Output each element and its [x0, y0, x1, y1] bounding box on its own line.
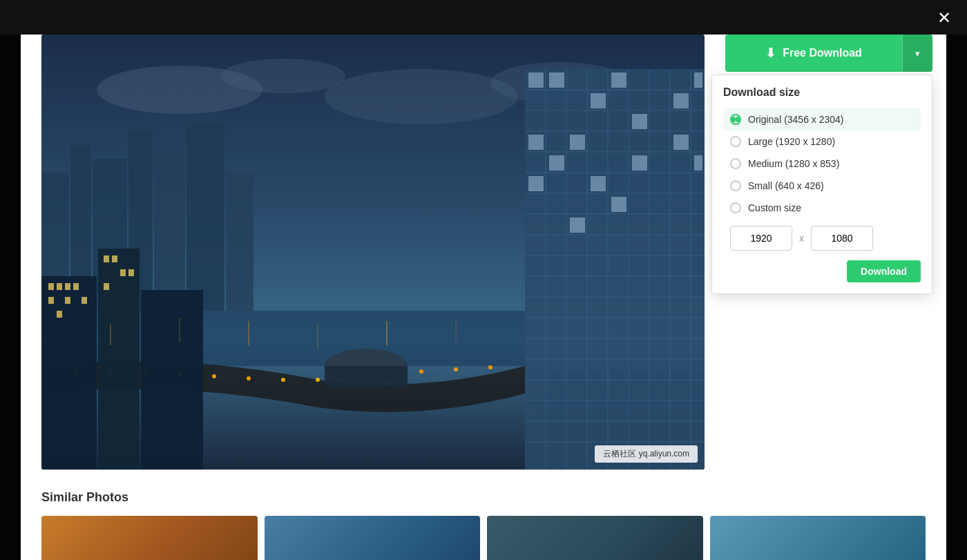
similar-section: Similar Photos — [41, 490, 926, 560]
svg-rect-50 — [611, 197, 626, 212]
svg-point-68 — [454, 367, 458, 371]
custom-size-row: x — [723, 226, 921, 251]
city-svg — [41, 35, 705, 470]
svg-rect-79 — [73, 283, 79, 290]
svg-rect-73 — [48, 283, 54, 290]
svg-rect-48 — [528, 176, 544, 191]
svg-rect-85 — [128, 269, 134, 276]
download-arrow-icon: ⬇ — [765, 46, 776, 61]
radio-custom — [730, 202, 741, 213]
custom-height-input[interactable] — [811, 226, 873, 251]
svg-rect-84 — [104, 283, 109, 290]
content-area: 云栖社区 yq.aliyun.com ⬇ Free Download ▾ — [41, 35, 926, 470]
svg-rect-71 — [98, 249, 140, 470]
svg-rect-39 — [528, 73, 544, 88]
free-download-button-group: ⬇ Free Download ▾ Download size — [725, 35, 932, 72]
svg-rect-77 — [65, 297, 70, 304]
download-size-panel: Download size Original (3456 x 2304) Lar… — [711, 75, 932, 294]
svg-rect-43 — [632, 114, 647, 129]
free-download-dropdown-button[interactable]: ▾ — [902, 35, 932, 72]
svg-rect-41 — [591, 93, 606, 108]
size-label-large: Large (1920 x 1280) — [748, 136, 835, 147]
close-button[interactable]: ✕ — [932, 6, 957, 30]
svg-point-63 — [281, 378, 285, 382]
photo-container: 云栖社区 yq.aliyun.com — [41, 35, 705, 470]
svg-rect-83 — [120, 269, 126, 276]
radio-large — [730, 136, 741, 147]
svg-rect-52 — [673, 93, 689, 108]
download-size-title: Download size — [723, 86, 921, 99]
svg-rect-9 — [154, 152, 185, 311]
similar-photos-title: Similar Photos — [41, 490, 926, 505]
svg-rect-47 — [632, 155, 647, 171]
photo-image: 云栖社区 yq.aliyun.com — [41, 35, 705, 470]
svg-rect-78 — [57, 311, 62, 318]
svg-point-67 — [419, 369, 423, 374]
similar-photo-2[interactable] — [265, 516, 481, 560]
svg-rect-10 — [186, 124, 224, 311]
svg-rect-45 — [570, 135, 585, 150]
sidebar: ⬇ Free Download ▾ Download size — [725, 35, 932, 243]
svg-rect-76 — [48, 297, 54, 304]
free-download-main-button[interactable]: ⬇ Free Download — [725, 35, 902, 72]
size-label-custom: Custom size — [748, 202, 801, 213]
size-option-original[interactable]: Original (3456 x 2304) — [723, 108, 921, 131]
download-btn-row: Download — [723, 260, 921, 282]
svg-point-62 — [247, 376, 251, 380]
svg-point-3 — [325, 69, 518, 124]
svg-rect-80 — [82, 297, 87, 304]
similar-photo-1[interactable] — [41, 516, 258, 560]
svg-rect-40 — [549, 73, 564, 88]
top-bar — [0, 0, 967, 35]
svg-rect-82 — [112, 255, 117, 262]
size-option-small[interactable]: Small (640 x 426) — [723, 175, 921, 197]
watermark: 云栖社区 yq.aliyun.com — [595, 445, 698, 463]
svg-point-2 — [221, 59, 345, 93]
size-label-original: Original (3456 x 2304) — [748, 114, 844, 125]
download-button[interactable]: Download — [847, 260, 921, 282]
svg-rect-11 — [226, 173, 253, 311]
svg-rect-70 — [41, 276, 97, 470]
svg-rect-81 — [104, 255, 109, 262]
chevron-down-icon: ▾ — [915, 48, 920, 59]
size-label-small: Small (640 x 426) — [748, 180, 824, 191]
svg-point-64 — [316, 378, 320, 382]
svg-rect-12 — [525, 69, 705, 470]
svg-rect-46 — [549, 155, 564, 171]
svg-point-61 — [212, 374, 216, 378]
close-icon: ✕ — [937, 8, 951, 28]
size-separator: x — [799, 233, 804, 244]
radio-medium — [730, 158, 741, 169]
svg-rect-53 — [694, 73, 702, 88]
svg-rect-44 — [528, 135, 544, 150]
svg-rect-55 — [694, 155, 702, 171]
modal: 云栖社区 yq.aliyun.com ⬇ Free Download ▾ — [21, 21, 946, 560]
size-label-medium: Medium (1280 x 853) — [748, 158, 839, 169]
svg-point-69 — [488, 365, 492, 369]
free-download-label: Free Download — [783, 47, 862, 59]
svg-rect-72 — [141, 290, 203, 470]
size-option-medium[interactable]: Medium (1280 x 853) — [723, 153, 921, 175]
radio-small — [730, 180, 741, 191]
size-option-custom[interactable]: Custom size — [723, 197, 921, 219]
modal-inner: 云栖社区 yq.aliyun.com ⬇ Free Download ▾ — [21, 21, 946, 560]
svg-rect-51 — [570, 218, 585, 233]
svg-rect-74 — [57, 283, 62, 290]
svg-rect-75 — [65, 283, 70, 290]
svg-rect-54 — [673, 135, 689, 150]
svg-rect-87 — [325, 366, 408, 387]
custom-width-input[interactable] — [730, 226, 792, 251]
svg-rect-42 — [611, 73, 626, 88]
size-option-large[interactable]: Large (1920 x 1280) — [723, 131, 921, 153]
radio-original — [730, 114, 741, 125]
svg-rect-49 — [591, 176, 606, 191]
similar-photo-4[interactable] — [710, 516, 926, 560]
similar-photos-grid — [41, 516, 926, 560]
similar-photo-3[interactable] — [487, 516, 703, 560]
